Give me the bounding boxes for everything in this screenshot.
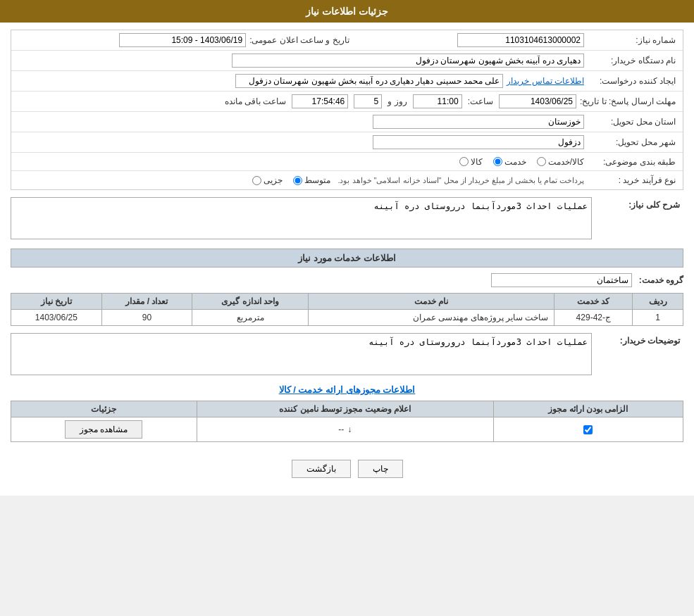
permits-header-row: الزامی بودن ارائه مجوز اعلام وضعیت مجوز … xyxy=(11,401,683,417)
services-section-title: اطلاعات خدمات مورد نیاز xyxy=(11,249,683,268)
city-input[interactable] xyxy=(373,135,584,149)
page-title: جزئیات اطلاعات نیاز xyxy=(306,6,388,17)
permit-status-arrow: ↓ xyxy=(347,425,352,434)
service-group-input[interactable] xyxy=(491,273,632,287)
category-kala-khedmat-item: کالا/خدمت xyxy=(537,157,584,167)
row-province: استان محل تحویل: xyxy=(11,112,683,132)
service-group-row: گروه خدمت: xyxy=(11,273,683,287)
deadline-time-label: ساعت: xyxy=(468,96,493,106)
services-table-container: ردیف کد خدمت نام خدمت واحد اندازه گیری ت… xyxy=(11,293,683,326)
request-number-label: شماره نیاز: xyxy=(588,35,679,45)
service-group-label: گروه خدمت: xyxy=(639,275,683,285)
row-purchase-type: نوع فرآیند خرید : پرداخت تمام یا بخشی از… xyxy=(11,171,683,189)
deadline-time-input[interactable] xyxy=(413,94,462,108)
cell-unit: مترمربع xyxy=(192,310,309,326)
view-permit-button[interactable]: مشاهده مجوز xyxy=(65,420,142,439)
buyer-org-input[interactable] xyxy=(232,54,584,68)
page-header: جزئیات اطلاعات نیاز xyxy=(0,0,694,23)
deadline-label: مهلت ارسال پاسخ: تا تاریخ: xyxy=(580,96,679,106)
category-kala-radio[interactable] xyxy=(459,157,469,166)
buyer-notes-content: عملیات احداث 3موردآبنما دروروستای دره آب… xyxy=(11,333,592,377)
category-khedmat-label: خدمت xyxy=(504,157,526,167)
category-kala-khedmat-radio[interactable] xyxy=(537,157,546,166)
deadline-value: ساعت: روز و ساعت باقی مانده xyxy=(15,93,580,110)
contact-link[interactable]: اطلاعات تماس خریدار xyxy=(507,76,584,86)
cell-row-num: 1 xyxy=(633,310,683,326)
category-value: کالا/خدمت خدمت کالا xyxy=(15,156,588,168)
col-permit-details: جزئیات xyxy=(11,401,197,417)
row-deadline: مهلت ارسال پاسخ: تا تاریخ: ساعت: روز و س… xyxy=(11,92,683,112)
main-info-section: شماره نیاز: تاریخ و ساعت اعلان عمومی: نا… xyxy=(11,30,683,190)
cell-permit-status: ↓ -- xyxy=(197,417,493,442)
permits-table: الزامی بودن ارائه مجوز اعلام وضعیت مجوز … xyxy=(11,401,683,442)
deadline-remaining-label: ساعت باقی مانده xyxy=(225,96,287,106)
permit-required-checkbox-container xyxy=(500,425,677,434)
back-button[interactable]: بازگشت xyxy=(292,460,351,478)
col-service-name: نام خدمت xyxy=(308,294,554,310)
permits-title-link[interactable]: اطلاعات مجوزهای ارائه خدمت / کالا xyxy=(279,384,416,395)
deadline-remaining-input[interactable] xyxy=(292,94,348,108)
purchase-motavasset-radio[interactable] xyxy=(293,176,302,185)
permits-table-container: الزامی بودن ارائه مجوز اعلام وضعیت مجوز … xyxy=(11,401,683,442)
general-description-label: شرح کلی نیاز: xyxy=(592,197,683,210)
category-kala-khedmat-label: کالا/خدمت xyxy=(548,157,584,167)
general-description-content: عملیات احداث 3موردآبنما درروستای دره آبی… xyxy=(11,197,592,241)
deadline-days-label: روز و xyxy=(388,96,407,106)
services-table: ردیف کد خدمت نام خدمت واحد اندازه گیری ت… xyxy=(11,293,683,326)
col-service-code: کد خدمت xyxy=(554,294,633,310)
buyer-notes-textarea[interactable]: عملیات احداث 3موردآبنما دروروستای دره آب… xyxy=(11,333,592,375)
category-khedmat-item: خدمت xyxy=(493,157,526,167)
creator-input[interactable] xyxy=(235,74,503,88)
print-button[interactable]: چاپ xyxy=(358,460,403,478)
buyer-notes-section: توضیحات خریدار: عملیات احداث 3موردآبنما … xyxy=(11,333,683,377)
row-buyer-org: نام دستگاه خریدار: xyxy=(11,51,683,71)
row-city: شهر محل تحویل: xyxy=(11,132,683,153)
purchase-motavasset-label: متوسط xyxy=(304,175,330,185)
general-description-textarea[interactable]: عملیات احداث 3موردآبنما درروستای دره آبی… xyxy=(11,197,592,239)
col-date: تاریخ نیاز xyxy=(11,294,102,310)
deadline-days-input[interactable] xyxy=(354,94,382,108)
cell-permit-required xyxy=(493,417,683,442)
purchase-note: پرداخت تمام یا بخشی از مبلغ خریدار از مح… xyxy=(337,176,584,185)
city-label: شهر محل تحویل: xyxy=(588,137,679,147)
row-creator: ایجاد کننده درخواست: اطلاعات تماس خریدار xyxy=(11,71,683,92)
col-row-num: ردیف xyxy=(633,294,683,310)
services-table-header: ردیف کد خدمت نام خدمت واحد اندازه گیری ت… xyxy=(11,294,683,310)
col-permit-required: الزامی بودن ارائه مجوز xyxy=(493,401,683,417)
category-label: طبقه بندی موضوعی: xyxy=(588,157,679,167)
purchase-type-value: پرداخت تمام یا بخشی از مبلغ خریدار از مح… xyxy=(15,174,588,187)
cell-service-name: ساخت سایر پروژه‌های مهندسی عمران xyxy=(308,310,554,326)
purchase-type-label: نوع فرآیند خرید : xyxy=(588,175,679,185)
general-description-section: شرح کلی نیاز: عملیات احداث 3موردآبنما در… xyxy=(11,197,683,241)
purchase-jozvi-radio[interactable] xyxy=(252,176,261,185)
cell-date: 1403/06/25 xyxy=(11,310,102,326)
date-time-label: تاریخ و ساعت اعلان عمومی: xyxy=(249,35,353,45)
row-request-number: شماره نیاز: تاریخ و ساعت اعلان عمومی: xyxy=(11,30,683,51)
request-number-input[interactable] xyxy=(457,33,584,47)
permit-status-container: ↓ -- xyxy=(203,425,488,434)
permit-required-checkbox[interactable] xyxy=(583,425,593,434)
cell-permit-details: مشاهده مجوز xyxy=(11,417,197,442)
city-value xyxy=(15,134,588,151)
province-input[interactable] xyxy=(373,115,584,129)
purchase-jozvi-item: جزیی xyxy=(252,175,283,185)
table-row: 1 ج-42-429 ساخت سایر پروژه‌های مهندسی عم… xyxy=(11,310,683,326)
purchase-jozvi-label: جزیی xyxy=(264,175,283,185)
cell-service-code: ج-42-429 xyxy=(554,310,633,326)
purchase-motavasset-item: متوسط xyxy=(293,175,330,185)
col-permit-status: اعلام وضعیت مجوز توسط نامین کننده xyxy=(197,401,493,417)
deadline-date-input[interactable] xyxy=(499,94,576,108)
province-value xyxy=(15,113,588,130)
creator-value: اطلاعات تماس خریدار xyxy=(15,73,588,89)
permits-section-title: اطلاعات مجوزهای ارائه خدمت / کالا xyxy=(11,384,683,395)
col-unit: واحد اندازه گیری xyxy=(192,294,309,310)
creator-label: ایجاد کننده درخواست: xyxy=(588,76,679,86)
category-khedmat-radio[interactable] xyxy=(493,157,502,166)
buyer-org-value xyxy=(15,52,588,69)
buyer-org-label: نام دستگاه خریدار: xyxy=(588,56,679,65)
province-label: استان محل تحویل: xyxy=(588,117,679,127)
date-time-value xyxy=(15,32,249,49)
category-kala-label: کالا xyxy=(471,157,483,167)
date-time-input[interactable] xyxy=(119,33,246,47)
footer-buttons: چاپ بازگشت xyxy=(11,449,683,489)
